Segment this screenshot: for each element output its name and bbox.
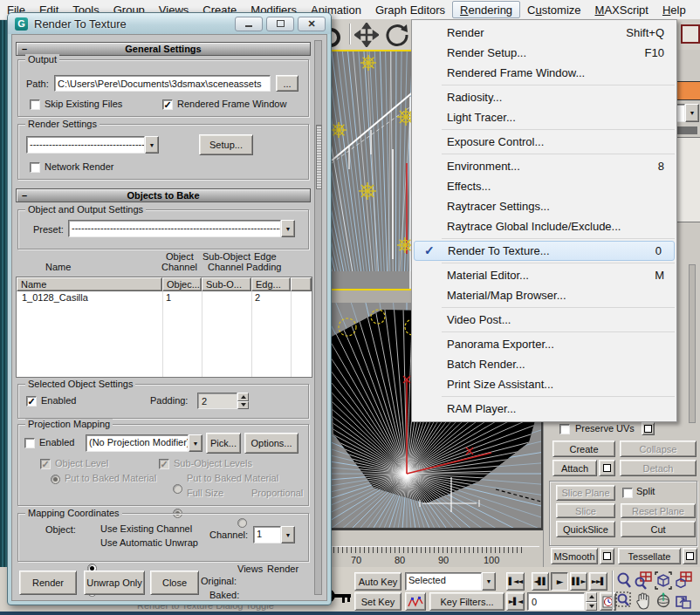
menu-item-exposure-control[interactable]: Exposure Control... (412, 132, 676, 152)
zoom-extents-icon[interactable] (655, 571, 672, 590)
select-rotate-icon[interactable] (384, 22, 410, 48)
put-baked-object-radio[interactable] (51, 475, 60, 484)
menu-item-render-setup[interactable]: Render Setup...F10 (412, 43, 676, 63)
minimize-button[interactable] (235, 17, 263, 31)
tessellate-settings-button[interactable] (683, 548, 697, 564)
key-mode-toggle-button[interactable]: ►▌◄ (506, 592, 525, 611)
object-level-checkbox[interactable]: ✓ (40, 459, 51, 469)
chevron-down-icon[interactable]: ▼ (482, 572, 496, 591)
table-row[interactable]: 1_0128_Casilla12 (17, 291, 312, 304)
chevron-down-icon[interactable]: ▼ (685, 104, 699, 122)
split-checkbox[interactable] (622, 488, 633, 498)
listview-header-object[interactable]: Objec... (162, 277, 202, 291)
zoom-icon[interactable] (615, 571, 632, 590)
menu-item-material-map-browser[interactable]: Material/Map Browser... (412, 285, 676, 305)
unwrap-only-button[interactable]: Unwrap Only (84, 571, 145, 595)
play-button[interactable]: ► (551, 572, 568, 591)
dialog-scrollbar-thumb[interactable] (316, 125, 322, 189)
sub-object-levels-checkbox[interactable]: ✓ (159, 459, 169, 469)
listview-header-subobject[interactable]: Sub-O... (202, 277, 251, 291)
objects-listview[interactable]: Name Objec... Sub-O... Edg... 1_0128_Cas… (16, 277, 312, 378)
projection-modifier-dropdown[interactable]: (No Projection Modifier) ▼ (86, 434, 202, 452)
chevron-down-icon[interactable]: ▼ (281, 526, 295, 543)
zoom-region-icon[interactable] (615, 591, 632, 610)
spinner-down-icon[interactable] (237, 401, 249, 410)
menu-item-raytrace-global-include-exclude[interactable]: Raytrace Global Include/Exclude... (412, 216, 676, 236)
slice-plane-button[interactable]: Slice Plane (556, 485, 615, 501)
quickslice-button[interactable]: QuickSlice (556, 521, 615, 537)
menu-item-effects[interactable]: Effects... (412, 176, 676, 196)
pick-button[interactable]: Pick... (206, 433, 241, 454)
panel-scrollbar[interactable] (689, 264, 696, 423)
maximize-button[interactable] (266, 17, 294, 31)
msmooth-button[interactable]: MSmooth (551, 548, 598, 564)
projection-enabled-checkbox[interactable] (24, 438, 35, 448)
menu-rendering[interactable]: Rendering (452, 1, 520, 18)
enabled-checkbox[interactable]: ✓ (26, 396, 37, 407)
preserve-uvs-settings-button[interactable] (642, 422, 655, 435)
goto-start-button[interactable]: ▌◄◄ (506, 572, 525, 591)
chevron-down-icon[interactable]: ▼ (189, 434, 202, 452)
setup-button[interactable]: Setup... (199, 134, 253, 155)
rollout-general-settings[interactable]: – General Settings (16, 42, 311, 56)
maximize-viewport-icon[interactable] (675, 591, 692, 610)
select-scale-icon[interactable] (681, 24, 700, 44)
menu-item-material-editor[interactable]: Material Editor...M (412, 265, 676, 285)
menu-maxscript[interactable]: MAXScript (588, 0, 655, 19)
preserve-uvs-checkbox[interactable] (559, 424, 570, 434)
menu-customize[interactable]: Customize (520, 0, 587, 19)
options-button[interactable]: Options... (244, 433, 299, 454)
detach-button[interactable]: Detach (620, 460, 697, 476)
render-preset-dropdown[interactable]: ----------------------------------------… (26, 136, 159, 154)
padding-spinner[interactable] (237, 393, 249, 409)
dialog-scrollbar[interactable] (314, 40, 322, 595)
cut-button[interactable]: Cut (621, 521, 696, 537)
next-frame-button[interactable]: ▌▌► (570, 572, 587, 591)
time-configuration-button[interactable] (600, 592, 616, 611)
rollout-objects-to-bake[interactable]: – Objects to Bake (16, 188, 311, 202)
skip-existing-checkbox[interactable] (30, 99, 40, 110)
listview-header-edge[interactable]: Edg... (251, 277, 291, 291)
collapse-button[interactable]: Collapse (620, 441, 697, 457)
menu-item-print-size-assistant[interactable]: Print Size Assistant... (412, 374, 676, 394)
padding-field[interactable]: 2 (197, 393, 237, 409)
spinner-up-icon[interactable] (237, 393, 249, 401)
spinner-up-icon[interactable] (586, 592, 597, 602)
key-filters-button[interactable]: Key Filters... (429, 592, 504, 611)
frame-spinner[interactable] (586, 592, 597, 611)
previous-frame-button[interactable]: ◄▌▌ (532, 572, 549, 591)
chevron-down-icon[interactable]: ▼ (145, 136, 159, 154)
channel-dropdown[interactable]: 1 ▼ (253, 526, 295, 543)
set-key-curve-button[interactable] (405, 592, 426, 611)
menu-item-environment[interactable]: Environment...8 (412, 156, 676, 176)
msmooth-settings-button[interactable] (600, 548, 614, 564)
menu-item-video-post[interactable]: Video Post... (412, 310, 676, 330)
put-baked-subobject-radio[interactable] (173, 484, 182, 494)
bake-preset-dropdown[interactable]: ----------------------------------------… (68, 220, 295, 237)
menu-item-radiosity[interactable]: Radiosity... (412, 87, 676, 107)
zoom-all-icon[interactable] (635, 571, 652, 590)
zoom-extents-all-icon[interactable] (675, 571, 692, 590)
slice-button[interactable]: Slice (556, 503, 615, 518)
attach-button[interactable]: Attach (552, 460, 597, 476)
spinner-down-icon[interactable] (586, 602, 597, 612)
timeline-ruler[interactable]: 708090100 (330, 530, 543, 567)
chevron-down-icon[interactable]: ▼ (281, 220, 295, 237)
goto-end-button[interactable]: ►►▌ (589, 572, 607, 591)
reset-plane-button[interactable]: Reset Plane (621, 503, 696, 518)
close-dialog-button[interactable]: Close (150, 571, 199, 595)
close-button[interactable]: ✕ (298, 17, 326, 31)
network-render-checkbox[interactable] (30, 162, 40, 173)
menu-graph-editors[interactable]: Graph Editors (368, 0, 452, 19)
auto-key-button[interactable]: Auto Key (354, 572, 401, 591)
attach-settings-button[interactable] (599, 460, 615, 476)
menu-item-render[interactable]: RenderShift+Q (412, 23, 676, 43)
current-frame-field[interactable]: 0 (527, 592, 585, 611)
pan-hand-icon[interactable] (635, 591, 652, 610)
menu-item-raytracer-settings[interactable]: Raytracer Settings... (412, 196, 676, 216)
set-key-button[interactable]: Set Key (354, 592, 401, 611)
menu-item-panorama-exporter[interactable]: Panorama Exporter... (412, 334, 676, 354)
render-button[interactable]: Render (19, 571, 77, 595)
rendered-frame-window-checkbox[interactable]: ✓ (162, 99, 173, 110)
dialog-titlebar[interactable]: G Render To Texture ✕ (8, 13, 331, 34)
